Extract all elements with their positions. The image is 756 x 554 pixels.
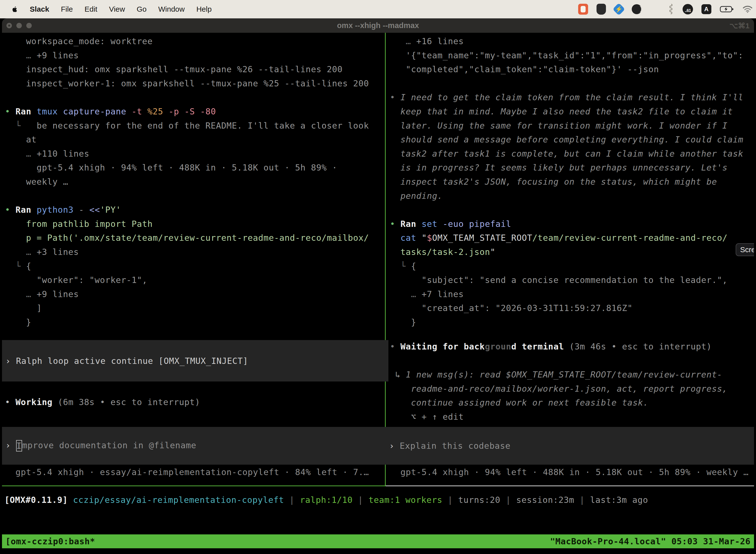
terminal-line: … +9 lines bbox=[5, 48, 369, 63]
window-title: omx --xhigh --madmax bbox=[2, 18, 754, 33]
terminal-line: "completed","claim_token":"claim-token"}… bbox=[390, 62, 743, 76]
terminal-line: • Ran set -euo pipefail bbox=[390, 217, 743, 231]
terminal-window: omx --xhigh --madmax ⌥⌘1 workspace_mode:… bbox=[2, 18, 754, 553]
right-prompt-input[interactable]: › Explain this codebase bbox=[386, 427, 754, 465]
terminal-line: • I need to get the claim token from the… bbox=[390, 90, 743, 105]
squiggle-icon[interactable] bbox=[668, 3, 674, 15]
count-badge[interactable]: ..61 bbox=[683, 4, 693, 14]
omx-status-line: [OMX#0.11.9] cczip/essay/ai-reimplementa… bbox=[4, 493, 648, 507]
terminal-line: gpt-5.4 xhigh · 94% left · 488K in · 5.1… bbox=[5, 161, 369, 175]
terminal-line bbox=[5, 189, 369, 203]
terminal-line: "worker": "worker-1", bbox=[5, 273, 369, 287]
tmux-host-clock: "MacBook-Pro-44.local" 05:03 31-Mar-26 bbox=[550, 536, 751, 546]
working-status: • Working (6m 38s • esc to interrupt) bbox=[5, 395, 200, 409]
right-input-line: › Explain this codebase bbox=[389, 441, 510, 451]
terminal-line: … +110 lines bbox=[5, 147, 369, 161]
battery-icon[interactable] bbox=[720, 6, 734, 13]
menu-bar-left: Slack File Edit View Go Window Help bbox=[0, 5, 211, 13]
wifi-icon[interactable] bbox=[743, 5, 753, 13]
window-titlebar[interactable]: omx --xhigh --madmax ⌥⌘1 bbox=[2, 18, 754, 33]
terminal-line: … +3 lines bbox=[5, 245, 369, 259]
terminal-line: "subject": "send a concise recommendatio… bbox=[390, 273, 743, 287]
terminal-line: [OMX#0.11.9] cczip/essay/ai-reimplementa… bbox=[4, 493, 648, 507]
terminal-line: } bbox=[390, 315, 743, 329]
terminal-line: "created_at": "2026-03-31T11:59:27.816Z" bbox=[390, 301, 743, 315]
screen: Slack File Edit View Go Window Help ⚡ ..… bbox=[0, 0, 756, 554]
ralph-loop-line: › Ralph loop active continue [OMX_TMUX_I… bbox=[5, 356, 248, 366]
terminal-line: … +9 lines bbox=[5, 287, 369, 301]
pane-divider[interactable] bbox=[385, 33, 386, 486]
terminal-line: … +7 lines bbox=[390, 287, 743, 301]
right-pane-waiting-block: • Waiting for background terminal (3m 46… bbox=[390, 340, 728, 424]
right-session-statusline: gpt-5.4 xhigh · 94% left · 488K in · 5.1… bbox=[390, 465, 749, 479]
terminal-line: • Waiting for background terminal (3m 46… bbox=[390, 340, 728, 354]
terminal-line: └ be necessary for the end of the README… bbox=[5, 119, 369, 133]
terminal-line: inspect task2's JSON, focusing on the st… bbox=[390, 175, 743, 189]
terminal-line: inspect_worker-1: omx sparkshell --tmux-… bbox=[5, 76, 369, 91]
shield-grid-icon[interactable] bbox=[596, 4, 606, 15]
screen-overlay-badge: Scre bbox=[736, 243, 754, 256]
right-pane-scrollback: … +16 lines '{"team_name":"my-team","tas… bbox=[390, 34, 743, 329]
left-input-placeholder: mprove documentation in @filename bbox=[22, 440, 196, 450]
terminal-line: • Working (6m 38s • esc to interrupt) bbox=[5, 395, 200, 409]
terminal-line: weekly … bbox=[5, 175, 369, 189]
menu-bar-status: ⚡ ..61 A bbox=[578, 3, 756, 15]
left-pane-scrollback: workspace_mode: worktree … +9 lines insp… bbox=[5, 34, 369, 329]
terminal-line: inspect_hud: omx sparkshell --tmux-pane … bbox=[5, 62, 369, 76]
right-input-placeholder: Explain this codebase bbox=[400, 441, 511, 451]
terminal-line: keep that in mind. Maybe I also need the… bbox=[390, 105, 743, 119]
terminal-line: p = Path('.omx/state/team/review-current… bbox=[5, 231, 369, 245]
terminal-line: at bbox=[5, 132, 369, 147]
ralph-loop-banner: › Ralph loop active continue [OMX_TMUX_I… bbox=[2, 340, 388, 382]
tmux-session-label[interactable]: [omx-cczip0:bash* bbox=[5, 536, 95, 546]
terminal-line: '{"team_name":"my-team","task_id":"1","f… bbox=[390, 48, 743, 63]
terminal-line: › Ralph loop active continue [OMX_TMUX_I… bbox=[5, 356, 248, 366]
terminal-line: readme-and-reco/mailbox/worker-1.json, a… bbox=[390, 382, 728, 396]
terminal-line: ] bbox=[5, 301, 369, 315]
terminal-line: ⌥ + ↑ edit bbox=[390, 410, 728, 424]
tmux-status-bar: [omx-cczip0:bash* "MacBook-Pro-44.local"… bbox=[2, 535, 754, 548]
terminal-line: from pathlib import Path bbox=[5, 217, 369, 231]
terminal-line: └ { bbox=[5, 259, 369, 273]
left-prompt-input[interactable]: › Improve documentation in @filename bbox=[2, 427, 388, 465]
terminal-line: task2 after task1 is complete, but can I… bbox=[390, 147, 743, 161]
menu-window[interactable]: Window bbox=[158, 5, 185, 13]
menu-view[interactable]: View bbox=[109, 5, 125, 13]
terminal-line bbox=[390, 76, 743, 91]
terminal-line: tasks/task-2.json" bbox=[390, 245, 743, 259]
right-pane-bottom-border bbox=[386, 486, 754, 486]
text-cursor: I bbox=[16, 440, 22, 451]
terminal-line: is in progress? It seems likely but perh… bbox=[390, 161, 743, 175]
left-pane-bottom-border bbox=[2, 486, 385, 486]
left-session-statusline: gpt-5.4 xhigh · essay/ai-reimplementatio… bbox=[5, 465, 369, 479]
terminal-line bbox=[5, 90, 369, 105]
menu-bar: Slack File Edit View Go Window Help ⚡ ..… bbox=[0, 0, 756, 18]
menu-help[interactable]: Help bbox=[196, 5, 212, 13]
terminal-line: pending. bbox=[390, 189, 743, 203]
terminal-line: ↳ 1 new msg(s): read $OMX_TEAM_STATE_ROO… bbox=[390, 368, 728, 382]
window-shortcut-badge: ⌥⌘1 bbox=[730, 18, 750, 33]
terminal-line: later. Using the same for transition mig… bbox=[390, 119, 743, 133]
terminal-line bbox=[390, 354, 728, 368]
input-source-icon[interactable]: A bbox=[701, 4, 711, 14]
screen-record-icon[interactable] bbox=[578, 4, 588, 15]
terminal-line: cat "$OMX_TEAM_STATE_ROOT/team/review-cu… bbox=[390, 231, 743, 245]
lightning-hex-icon[interactable]: ⚡ bbox=[613, 3, 625, 16]
grid-dots-icon[interactable] bbox=[650, 5, 659, 14]
menu-app-name[interactable]: Slack bbox=[30, 5, 49, 13]
left-prompt-icon: › bbox=[5, 440, 16, 450]
dark-app-icon[interactable] bbox=[632, 4, 642, 14]
terminal-line: } bbox=[5, 315, 369, 329]
terminal-line: • Ran tmux capture-pane -t %25 -p -S -80 bbox=[5, 105, 369, 119]
apple-menu-icon[interactable] bbox=[11, 5, 18, 13]
terminal-line: continue assigned work or next feasible … bbox=[390, 396, 728, 410]
terminal-line: • Ran python3 - <<'PY' bbox=[5, 203, 369, 217]
terminal-line: should send a message before completing … bbox=[390, 132, 743, 147]
terminal-line: … +16 lines bbox=[390, 34, 743, 48]
menu-file[interactable]: File bbox=[61, 5, 73, 13]
menu-go[interactable]: Go bbox=[137, 5, 146, 13]
terminal-line: └ { bbox=[390, 259, 743, 273]
terminal-line: workspace_mode: worktree bbox=[5, 34, 369, 48]
menu-edit[interactable]: Edit bbox=[84, 5, 98, 13]
terminal-line bbox=[390, 203, 743, 217]
